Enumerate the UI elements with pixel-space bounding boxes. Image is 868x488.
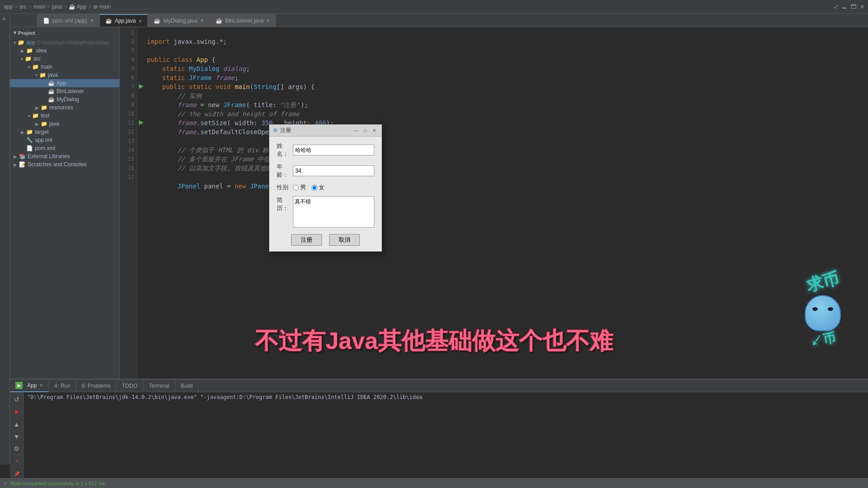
gender-female-radio[interactable]: 女: [311, 183, 325, 192]
4-run-label: 4: Run: [54, 383, 70, 389]
dialog-minimize-btn[interactable]: —: [353, 127, 360, 134]
tab-terminal[interactable]: Terminal: [143, 380, 175, 392]
dialog-titlebar: ⚙ 注册 — □ ✕: [269, 125, 382, 136]
breadcrumb-java[interactable]: java: [52, 4, 62, 10]
scratches-icon: 📝: [19, 161, 26, 168]
breadcrumb-app-class[interactable]: ☕ App: [69, 4, 86, 10]
dialog-window-buttons: — □ ✕: [353, 127, 378, 134]
mydialog-icon: ☕: [154, 18, 160, 24]
minimize-icon[interactable]: 🗕: [842, 4, 847, 10]
tab-pom-label: pom.xml (app): [52, 18, 87, 24]
ext-libs-icon: 📚: [19, 153, 26, 160]
tree-item-app-class[interactable]: ☕ App: [10, 79, 119, 87]
age-input[interactable]: [293, 165, 374, 176]
tab-build[interactable]: Build: [175, 380, 199, 392]
tab-btnlistener-close[interactable]: ✕: [266, 18, 270, 23]
gender-radio-group: 男 女: [293, 183, 325, 192]
tab-4-run[interactable]: 4: Run: [49, 380, 76, 392]
dialog-close-btn[interactable]: ✕: [371, 127, 378, 134]
tree-label-app-iml: app.iml: [35, 137, 52, 143]
tree-item-target[interactable]: ▶ 📁 target: [10, 128, 119, 136]
scroll-up-btn[interactable]: ▲: [12, 420, 21, 428]
tab-btnlistener[interactable]: ☕ BtnListener.java ✕: [210, 14, 276, 27]
female-radio-input[interactable]: [311, 185, 317, 191]
stop-btn[interactable]: ■: [12, 407, 21, 416]
arrow-icon: ▾: [14, 40, 16, 45]
male-radio-input[interactable]: [293, 185, 299, 191]
expand-icon[interactable]: ⤢: [834, 4, 838, 10]
arrow-icon-java-folder: ▾: [35, 73, 38, 78]
confirm-button[interactable]: 注册: [291, 234, 322, 246]
tree-label-target: target: [35, 129, 49, 135]
gender-male-radio[interactable]: 男: [293, 183, 306, 192]
form-row-age: 年龄：: [277, 163, 374, 179]
tree-item-app-iml[interactable]: 🔧 app.iml: [10, 136, 119, 144]
rerun-btn[interactable]: ↺: [12, 395, 21, 404]
tree-item-main[interactable]: ▾ 📁 main: [10, 63, 119, 71]
tree-item-scratches[interactable]: ▶ 📝 Scratches and Consoles: [10, 160, 119, 169]
tab-mydialog[interactable]: ☕ MyDialog.java ✕: [148, 14, 209, 27]
tab-todo[interactable]: TODO: [117, 380, 143, 392]
dialog-maximize-btn[interactable]: □: [362, 127, 369, 134]
tree-item-java-folder[interactable]: ▾ 📁 java: [10, 71, 119, 79]
folder-icon-main: 📁: [32, 64, 39, 70]
folder-icon-java: 📁: [39, 72, 46, 78]
settings-run-btn[interactable]: ⚙: [12, 445, 21, 453]
todo-label: TODO: [122, 383, 137, 389]
run-gutter-6[interactable]: ▶: [139, 118, 148, 127]
tree-item-pom[interactable]: 📄 pom.xml: [10, 144, 119, 152]
tab-6-problems[interactable]: 6: Problems: [76, 380, 117, 392]
pin-btn[interactable]: 📌: [12, 469, 21, 478]
run-badge: ▶: [15, 382, 23, 389]
close-run-btn[interactable]: ✕: [12, 457, 21, 465]
build-status-icon: ✓: [4, 480, 8, 486]
arrow-icon-test-java: ▶: [35, 122, 39, 127]
breadcrumb-app[interactable]: app: [4, 4, 13, 10]
project-panel-header[interactable]: ▾ Project: [10, 27, 119, 38]
scroll-down-btn[interactable]: ▼: [12, 432, 21, 441]
tab-mydialog-close[interactable]: ✕: [200, 18, 204, 23]
close-icon[interactable]: ✕: [860, 4, 864, 10]
tab-pom-close[interactable]: ✕: [90, 18, 94, 23]
cancel-button[interactable]: 取消: [329, 234, 360, 246]
build-label: Build: [181, 383, 193, 389]
tree-label-pom: pom.xml: [35, 145, 55, 151]
tree-item-test[interactable]: ▾ 📁 test: [10, 112, 119, 120]
breadcrumb-method[interactable]: ⊕ main: [93, 4, 111, 10]
tree-label-src: src: [33, 56, 41, 62]
maximize-icon[interactable]: 🗖: [851, 4, 856, 10]
folder-icon-test-java: 📁: [41, 121, 47, 127]
tree-label-external-libs: External Libraries: [28, 153, 70, 160]
resume-textarea[interactable]: 真不错: [293, 196, 374, 228]
breadcrumb-main[interactable]: main: [33, 4, 45, 10]
tree-item-mydialog-class[interactable]: ☕ MyDialog: [10, 95, 119, 103]
tab-mydialog-label: MyDialog.java: [163, 18, 197, 24]
tree-label-idea: .idea: [35, 47, 47, 54]
tree-item-resources[interactable]: ▶ 📁 resources: [10, 103, 119, 112]
tab-run-app[interactable]: ▶ App ✕: [10, 380, 49, 392]
run-app-label: App: [27, 382, 37, 389]
tab-app-java-close[interactable]: ✕: [138, 19, 142, 23]
tree-label-main: main: [41, 64, 52, 70]
tree-item-idea[interactable]: ▶ 📁 .idea: [10, 47, 119, 55]
tree-item-app-root[interactable]: ▾ 📁 app C:\Users\xyh14\IdeaProjects\app: [10, 38, 119, 47]
project-icon[interactable]: P: [2, 17, 7, 20]
tree-item-test-java[interactable]: ▶ 📁 java: [10, 120, 119, 128]
run-gutter-3[interactable]: ▶: [139, 82, 148, 91]
tree-item-src[interactable]: ▾ 📁 src: [10, 55, 119, 63]
tree-item-external-libs[interactable]: ▶ 📚 External Libraries: [10, 152, 119, 160]
tree-label-test: test: [41, 113, 49, 119]
eye-right: [828, 307, 833, 311]
name-input[interactable]: [293, 145, 374, 155]
project-expand-icon: ▾: [14, 30, 16, 36]
tab-pom[interactable]: 📄 pom.xml (app) ✕: [37, 14, 99, 27]
folder-icon-target: 📁: [26, 129, 33, 135]
female-label: 女: [319, 183, 325, 192]
tab-app-java[interactable]: ☕ App.java ✕: [99, 14, 148, 27]
project-label: Project: [18, 30, 35, 36]
male-label: 男: [300, 183, 306, 192]
tree-item-btnlistener-class[interactable]: ☕ BtnListener: [10, 87, 119, 95]
folder-icon: 📁: [18, 39, 24, 46]
run-app-close[interactable]: ✕: [39, 383, 43, 388]
breadcrumb-src[interactable]: src: [19, 4, 27, 10]
